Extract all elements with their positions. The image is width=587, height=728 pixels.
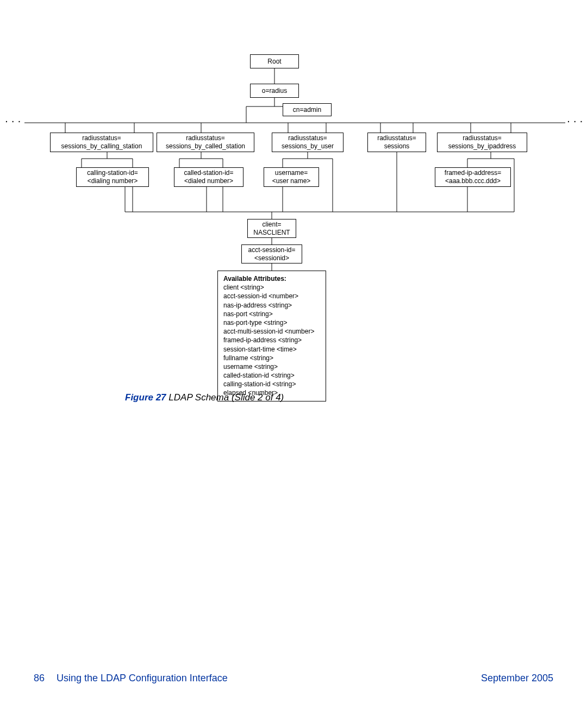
l1: calling-station-id= <box>87 169 138 177</box>
l1: framed-ip-address= <box>445 169 501 177</box>
node-framedip: framed-ip-address= <aaa.bbb.ccc.ddd> <box>435 167 511 187</box>
footer-page-number: 86 <box>34 673 45 684</box>
l2: sessions_by_ipaddress <box>448 142 516 150</box>
attr-item: nas-port <string> <box>223 310 320 318</box>
l2: <dialing number> <box>88 177 138 185</box>
figure-text: LDAP Schema (Slide 2 of 4) <box>166 392 284 403</box>
attributes-box: Available Attributes: client <string> ac… <box>217 271 326 401</box>
node-status-sessions: radiusstatus= sessions <box>367 133 426 152</box>
attr-item: calling-station-id <string> <box>223 380 320 388</box>
node-status-user: radiusstatus= sessions_by_user <box>272 133 344 152</box>
l1: radiusstatus= <box>377 134 416 142</box>
ellipsis-left: . . . <box>5 115 21 124</box>
footer-date: September 2005 <box>481 673 553 684</box>
node-calledid: called-station-id= <dialed number> <box>174 167 243 187</box>
node-status-ipaddr: radiusstatus= sessions_by_ipaddress <box>437 133 527 152</box>
attr-item: session-start-time <time> <box>223 345 320 354</box>
l1: username= <box>275 169 308 177</box>
node-status-called: radiusstatus= sessions_by_called_station <box>157 133 254 152</box>
l1: radiusstatus= <box>288 134 327 142</box>
l1: acct-session-id= <box>248 246 295 254</box>
ellipsis-right: . . . <box>567 115 583 124</box>
attr-item: framed-ip-address <string> <box>223 336 320 344</box>
l1: radiusstatus= <box>186 134 225 142</box>
l2: <dialed number> <box>184 177 233 185</box>
l2: sessions <box>384 142 410 150</box>
l2: NASCLIENT <box>253 229 290 237</box>
figure-caption: Figure 27 LDAP Schema (Slide 2 of 4) <box>125 392 284 403</box>
footer-chapter: Using the LDAP Configuration Interface <box>57 673 228 684</box>
attributes-title: Available Attributes: <box>223 274 320 283</box>
attr-item: acct-session-id <number> <box>223 292 320 300</box>
page: . . . . . . Root o=radius cn=admin radiu… <box>0 0 587 728</box>
l1: radiusstatus= <box>82 134 121 142</box>
node-sessid: acct-session-id= <sessionid> <box>241 244 302 263</box>
node-cnadmin-label: cn=admin <box>293 106 321 114</box>
l2: <user name> <box>272 177 311 185</box>
l1: radiusstatus= <box>463 134 502 142</box>
attr-item: nas-ip-address <string> <box>223 301 320 310</box>
node-status-calling: radiusstatus= sessions_by_calling_statio… <box>50 133 153 152</box>
node-root-label: Root <box>267 58 281 66</box>
l2: <sessionid> <box>254 254 289 262</box>
attr-item: called-station-id <string> <box>223 371 320 380</box>
figure-number: Figure 27 <box>125 392 166 403</box>
attr-item: fullname <string> <box>223 354 320 362</box>
node-client: client= NASCLIENT <box>247 219 296 238</box>
node-oradius: o=radius <box>250 84 299 98</box>
attr-item: client <string> <box>223 283 320 292</box>
node-root: Root <box>250 54 299 68</box>
l1: client= <box>262 221 281 229</box>
l1: called-station-id= <box>184 169 233 177</box>
attr-item: username <string> <box>223 362 320 371</box>
l2: <aaa.bbb.ccc.ddd> <box>445 177 501 185</box>
node-callingid: calling-station-id= <dialing number> <box>76 167 149 187</box>
node-username: username= <user name> <box>264 167 319 187</box>
node-cnadmin: cn=admin <box>283 103 332 116</box>
attr-item: acct-multi-session-id <number> <box>223 327 320 336</box>
l2: sessions_by_user <box>282 142 334 150</box>
l2: sessions_by_calling_station <box>61 142 142 150</box>
node-oradius-label: o=radius <box>262 87 287 95</box>
l2: sessions_by_called_station <box>166 142 245 150</box>
attr-item: nas-port-type <string> <box>223 318 320 327</box>
